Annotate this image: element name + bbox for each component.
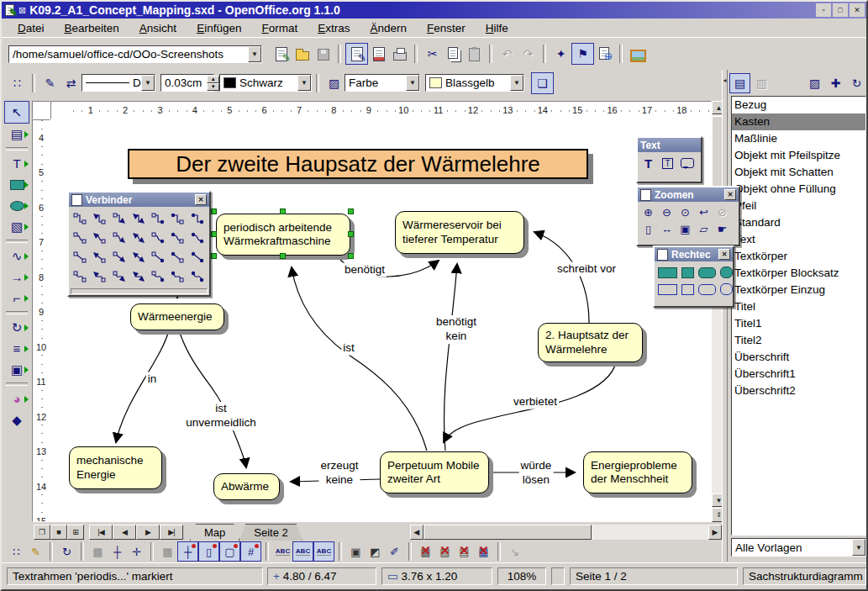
line-width-value[interactable]: 0.03cm bbox=[165, 77, 202, 89]
style-filter-value[interactable]: Alle Vorlagen bbox=[735, 541, 802, 554]
edit-file-button[interactable] bbox=[345, 43, 368, 65]
node-perpetuum-mobile[interactable]: Perpetuum Mobile zweiter Art bbox=[380, 451, 489, 493]
tab-map[interactable]: Map bbox=[190, 524, 239, 541]
modify-object-attributes-icon[interactable]: ▣ bbox=[346, 542, 366, 561]
line-width-down-icon[interactable]: ▼ bbox=[207, 83, 219, 91]
snap-to-margins-icon[interactable]: ▯ bbox=[198, 541, 219, 562]
map-title[interactable]: Der zweite Haupsatz der Wärmelehre bbox=[128, 149, 588, 179]
angled-connector-dots[interactable] bbox=[188, 208, 207, 228]
edge-label-benoetigt[interactable]: benötigt bbox=[343, 263, 387, 277]
copy-button[interactable] bbox=[443, 44, 464, 64]
export-pdf-button[interactable] bbox=[368, 44, 389, 64]
snap-to-object-points-icon[interactable]: # bbox=[240, 541, 261, 562]
glue-points-icon[interactable]: ✎ bbox=[26, 542, 45, 561]
close-icon[interactable]: ✕ bbox=[195, 194, 207, 205]
angled-connector-dot-start[interactable] bbox=[168, 208, 187, 228]
node-waermeenergie[interactable]: Wärmeenergie bbox=[130, 303, 224, 330]
select-tool[interactable]: ↖ bbox=[4, 101, 29, 124]
straight-connector-dot-end[interactable] bbox=[149, 247, 167, 266]
menu-einfuegen[interactable]: Einfügen bbox=[187, 20, 250, 36]
zoom-optimal-icon[interactable]: ▣ bbox=[676, 220, 694, 237]
grid-options-icon[interactable]: ▦ bbox=[158, 542, 177, 561]
fill-style-combobox[interactable]: Farbe ▼ bbox=[345, 74, 420, 92]
fill-color-combobox[interactable]: Blassgelb ▼ bbox=[425, 74, 524, 92]
panel-splitter[interactable]: ◂ bbox=[722, 70, 728, 562]
style-item[interactable]: Bezug bbox=[732, 97, 865, 113]
edge-ist[interactable] bbox=[292, 267, 427, 451]
curve-tool[interactable]: ∿ bbox=[5, 245, 29, 266]
arrow-ends-button[interactable]: ⇄ bbox=[60, 73, 82, 93]
double-click-edit-text-icon[interactable]: ABC bbox=[313, 541, 334, 562]
view-mode-page-button[interactable]: ❐ bbox=[34, 525, 50, 540]
status-page[interactable]: Seite 1 / 2 bbox=[570, 567, 738, 585]
curved-connector[interactable] bbox=[71, 266, 89, 286]
node-waermekraftmaschine[interactable]: periodisch arbeitende Wärmekraftmaschine bbox=[216, 214, 350, 256]
callout-tool-icon[interactable] bbox=[678, 155, 696, 171]
fill-placeholder-icon[interactable]: ▦ bbox=[474, 542, 493, 561]
selection-handle[interactable] bbox=[280, 208, 286, 214]
straight-connector[interactable] bbox=[71, 247, 89, 266]
stylist-list[interactable]: Bezug Kasten Maßlinie Objekt mit Pfeilsp… bbox=[731, 96, 866, 536]
rounded-rectangle-filled-icon[interactable] bbox=[698, 267, 716, 278]
rounded-square-filled-icon[interactable] bbox=[720, 266, 733, 278]
status-position[interactable]: + 4.80 / 6.47 bbox=[267, 567, 376, 585]
zoom-objects-icon[interactable]: ▱ bbox=[695, 220, 713, 237]
open-document-button[interactable] bbox=[292, 44, 313, 64]
selection-handle[interactable] bbox=[211, 231, 217, 237]
first-page-button[interactable]: |◀ bbox=[89, 525, 113, 540]
update-style-button[interactable]: ↻ bbox=[847, 74, 866, 92]
straight-connector-arrow-end[interactable] bbox=[110, 247, 129, 266]
lines-arrows-tool[interactable]: → bbox=[5, 266, 29, 288]
style-item[interactable]: Objekt ohne Füllung bbox=[732, 181, 865, 198]
text-palette-titlebar[interactable]: Text bbox=[638, 138, 701, 152]
edge-label-in[interactable]: in bbox=[146, 372, 159, 387]
gallery-button[interactable] bbox=[627, 44, 648, 64]
line-width-up-icon[interactable]: ▲ bbox=[207, 76, 219, 83]
fill-format-mode-button[interactable]: ▨ bbox=[805, 74, 824, 92]
angled-connector-arrow-start[interactable] bbox=[90, 208, 108, 228]
style-item[interactable]: Objekt mit Schatten bbox=[732, 164, 865, 181]
app-icon[interactable] bbox=[3, 4, 15, 17]
alignment-tool[interactable]: ≡ bbox=[5, 338, 29, 359]
quick-edit-icon[interactable]: ABC bbox=[273, 542, 292, 561]
show-snap-lines-icon[interactable]: ┼ bbox=[108, 542, 127, 561]
edge-label-wuerde-loesen[interactable]: würde lösen bbox=[519, 459, 554, 488]
curved-connector-dot-end[interactable] bbox=[149, 266, 167, 286]
ellipse-tool[interactable] bbox=[5, 195, 29, 216]
bent-connector-arrow-start[interactable] bbox=[90, 228, 108, 247]
text-tool-icon[interactable]: T bbox=[639, 155, 657, 171]
style-item[interactable]: Textkörper Einzug bbox=[732, 282, 865, 298]
helplines-while-moving-icon[interactable]: ✛ bbox=[127, 542, 146, 561]
status-zoom[interactable]: 108% bbox=[497, 567, 546, 585]
selection-handle[interactable] bbox=[348, 231, 354, 237]
zoom-palette-titlebar[interactable]: Zoomen ✕ bbox=[638, 187, 739, 202]
window-pin-icon[interactable]: ⊠ bbox=[18, 5, 26, 16]
node-hauptsatz[interactable]: 2. Hauptsatz der Wärmelehre bbox=[538, 323, 643, 362]
next-page-button[interactable]: ▶ bbox=[136, 525, 160, 540]
print-button[interactable] bbox=[389, 44, 410, 64]
url-dropdown-icon[interactable]: ▼ bbox=[248, 46, 261, 62]
last-page-button[interactable]: ▶| bbox=[160, 525, 183, 540]
node-waermereservoir[interactable]: Wärmereservoir bei tieferer Temperatur bbox=[395, 211, 524, 254]
square-outline-icon[interactable] bbox=[681, 284, 694, 295]
edit-points-mode-icon[interactable]: ∷ bbox=[7, 542, 26, 561]
angled-connector-arrow-end[interactable] bbox=[110, 208, 129, 228]
zoom-page-width-icon[interactable]: ↔ bbox=[658, 220, 676, 237]
horizontal-scrollbar-thumb[interactable] bbox=[423, 525, 592, 540]
snap-to-grid-icon[interactable]: ┼ bbox=[177, 541, 198, 562]
hscroll-left-icon[interactable]: ◀ bbox=[410, 525, 423, 540]
navigator-button[interactable]: ✦ bbox=[550, 44, 571, 64]
selection-handle[interactable] bbox=[280, 253, 286, 259]
menu-extras[interactable]: Extras bbox=[308, 20, 359, 36]
edge-label-verbietet[interactable]: verbietet bbox=[512, 395, 559, 409]
connectors-palette-titlebar[interactable]: Verbinder ✕ bbox=[69, 193, 209, 207]
title-bar[interactable]: ⊠ K09.2_A1_Concept_Mapping.sxd - OpenOff… bbox=[2, 2, 866, 18]
rectangle-outline-icon[interactable] bbox=[658, 284, 677, 295]
close-icon[interactable]: ✕ bbox=[718, 249, 730, 260]
view-mode-master-button[interactable]: ■ bbox=[50, 525, 67, 540]
curved-connector-arrows[interactable] bbox=[129, 266, 148, 286]
rounded-square-outline-icon[interactable] bbox=[720, 283, 733, 295]
style-item[interactable]: Überschrift1 bbox=[732, 366, 865, 383]
zoom-in-icon[interactable]: ⊕ bbox=[639, 203, 657, 220]
menu-ansicht[interactable]: Ansicht bbox=[130, 20, 186, 36]
